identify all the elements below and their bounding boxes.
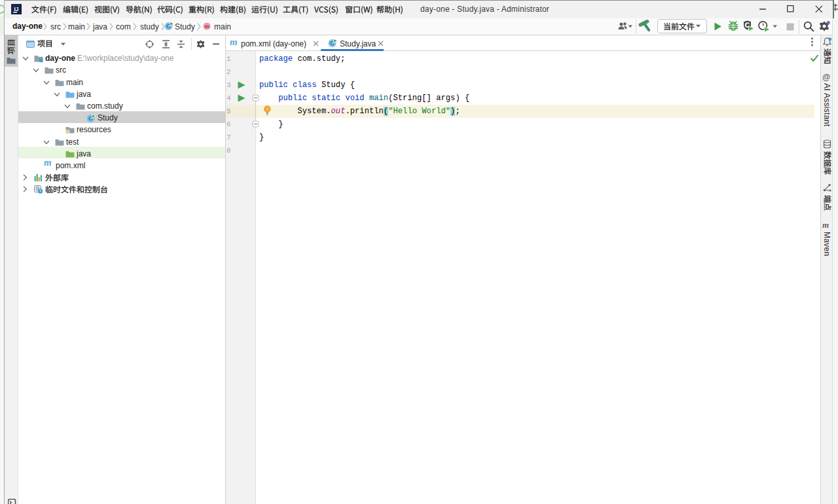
svg-text:m: m [204, 24, 209, 29]
svg-text:IJ: IJ [14, 6, 18, 12]
